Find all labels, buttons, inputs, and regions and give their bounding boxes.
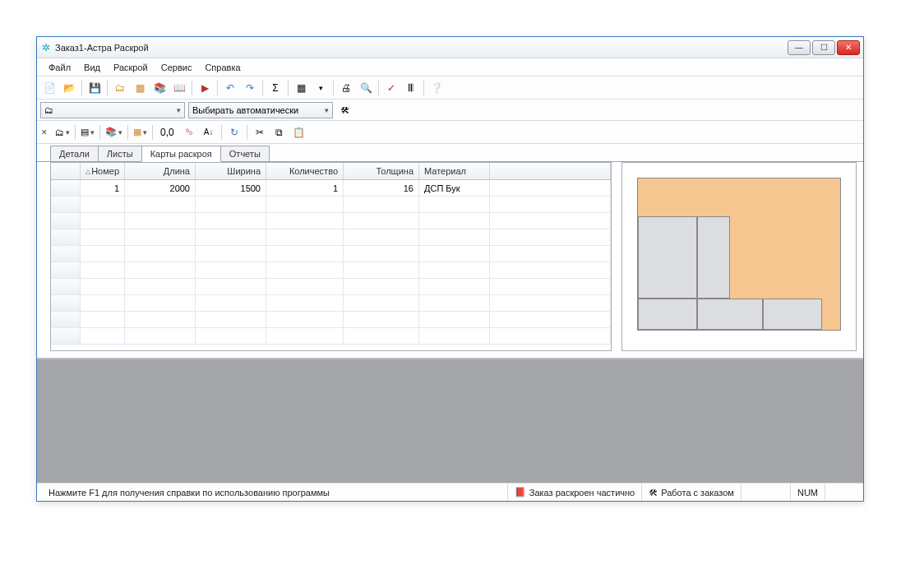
redo-icon[interactable]: ↷ [241, 79, 259, 97]
status-help: Нажмите F1 для получения справки по испо… [42, 484, 508, 501]
menu-help[interactable]: Справка [198, 63, 247, 72]
copy-icon[interactable]: ⧉ [270, 123, 289, 141]
maximize-button[interactable]: ☐ [812, 40, 835, 55]
material-icon: 🗂 [44, 105, 53, 115]
table-row-empty [51, 312, 611, 328]
tab-details[interactable]: Детали [50, 146, 99, 162]
empty-area [37, 359, 863, 483]
menubar: Файл Вид Раскрой Сервис Справка [37, 58, 863, 76]
grid-icon[interactable]: ▦ [131, 79, 149, 97]
minimize-button[interactable]: — [788, 40, 811, 55]
col-mat[interactable]: Материал [419, 163, 490, 179]
mode-00-label[interactable]: 0,0 [156, 123, 178, 141]
row-header-corner [51, 163, 81, 179]
app-icon: ✲ [40, 42, 52, 53]
preview-icon[interactable]: 🔍 [357, 79, 375, 97]
panel-toolbar: ✕ 🗂▾ ▤▾ 📚▾ ▦▾ 0,0 ⁹₀ A↓ ↻ ✂ ⧉ 📋 [37, 121, 863, 144]
hammer-icon[interactable]: 🛠 [336, 102, 353, 118]
sort-az-icon[interactable]: A↓ [200, 123, 218, 141]
layout-icon[interactable]: ▦ [292, 79, 310, 97]
status-partial: 📕 Заказ раскроен частично [508, 484, 642, 501]
window-title: Заказ1-Астра Раскрой [55, 43, 788, 53]
cell-qty: 1 [266, 180, 344, 196]
chevron-down-icon: ▾ [321, 106, 329, 114]
table-row-empty [51, 295, 611, 312]
table-row-empty [51, 328, 611, 345]
table-row-empty [51, 262, 611, 279]
tab-maps[interactable]: Карты раскроя [141, 146, 221, 162]
grid-header: △Номер Длина Ширина Количество Толщина М… [51, 163, 611, 180]
piece [697, 216, 730, 299]
col-wid[interactable]: Ширина [196, 163, 266, 179]
tools-icon: 🛠 [649, 488, 658, 498]
check-icon[interactable]: ✓ [382, 79, 400, 97]
material-combo[interactable]: 🗂 ▾ [40, 102, 185, 118]
table-row-empty [51, 197, 611, 213]
play-icon[interactable]: ▶ [196, 79, 214, 97]
cell-num: 1 [81, 180, 125, 196]
tab-sheets[interactable]: Листы [98, 146, 142, 162]
col-thick[interactable]: Толщина [344, 163, 419, 179]
auto-select-label: Выбирать автоматически [192, 105, 298, 115]
col-num[interactable]: △Номер [81, 163, 125, 179]
col-len[interactable]: Длина [125, 163, 196, 179]
print-icon[interactable]: 🖨 [337, 79, 355, 97]
close-button[interactable]: ✕ [837, 40, 860, 55]
menu-service[interactable]: Сервис [155, 63, 199, 72]
auto-select-combo[interactable]: Выбирать автоматически ▾ [188, 102, 333, 118]
main-toolbar: 📄 📂 💾 🗂 ▦ 📚 📖 ▶ ↶ ↷ Σ ▦ ▾ 🖨 🔍 ✓ 𝄃𝄃 ❔ [37, 76, 863, 100]
select-toolbar: 🗂 ▾ Выбирать автоматически ▾ 🛠 [37, 100, 863, 121]
layers-icon[interactable]: 📚▾ [104, 123, 124, 141]
layout-arrow-icon[interactable]: ▾ [312, 79, 330, 97]
row-header [51, 180, 81, 196]
decimal-icon[interactable]: ⁹₀ [180, 123, 198, 141]
save-icon[interactable]: 💾 [85, 79, 104, 97]
piece [763, 299, 822, 330]
book-icon: 📕 [515, 487, 526, 498]
books-icon[interactable]: 📚 [150, 79, 169, 97]
open-icon[interactable]: 📂 [60, 79, 78, 97]
stock-icon[interactable]: 🗂▾ [53, 123, 72, 141]
panel-close-icon[interactable]: ✕ [40, 128, 49, 137]
book-icon[interactable]: 📖 [170, 79, 188, 97]
table-row-empty [51, 246, 611, 262]
sheet [637, 178, 841, 331]
content-area: Детали Листы Карты раскроя Отчеты △Номер… [37, 144, 863, 359]
help-icon[interactable]: ❔ [427, 79, 446, 97]
align-icon[interactable]: ▤▾ [79, 123, 96, 141]
refresh-icon[interactable]: ↻ [225, 123, 243, 141]
tabs: Детали Листы Карты раскроя Отчеты [37, 144, 863, 162]
col-qty[interactable]: Количество [266, 163, 344, 179]
app-window: ✲ Заказ1-Астра Раскрой — ☐ ✕ Файл Вид Ра… [36, 36, 864, 502]
cell-len: 2000 [125, 180, 196, 196]
grid-rows: 1 2000 1500 1 16 ДСП Бук [51, 180, 611, 345]
menu-file[interactable]: Файл [42, 63, 77, 72]
piece [638, 299, 697, 330]
table-row-empty [51, 213, 611, 229]
cell-mat: ДСП Бук [419, 180, 490, 196]
table-row-empty [51, 279, 611, 295]
box-icon[interactable]: 🗂 [111, 79, 129, 97]
paste-icon[interactable]: 📋 [290, 123, 308, 141]
status-work: 🛠 Работа с заказом [642, 484, 742, 501]
piece [638, 216, 697, 299]
table-area: △Номер Длина Ширина Количество Толщина М… [37, 161, 863, 358]
cell-thick: 16 [344, 180, 419, 196]
table-icon[interactable]: ▦▾ [132, 123, 149, 141]
sigma-icon[interactable]: Σ [266, 79, 284, 97]
new-icon[interactable]: 📄 [40, 79, 58, 97]
sort-asc-icon: △ [85, 168, 90, 175]
menu-raskroy[interactable]: Раскрой [107, 63, 155, 72]
titlebar: ✲ Заказ1-Астра Раскрой — ☐ ✕ [37, 37, 863, 58]
undo-icon[interactable]: ↶ [221, 79, 239, 97]
cell-wid: 1500 [196, 180, 266, 196]
status-num: NUM [791, 484, 825, 501]
bars-icon[interactable]: 𝄃𝄃 [402, 79, 420, 97]
cut-icon[interactable]: ✂ [251, 123, 269, 141]
tab-reports[interactable]: Отчеты [220, 146, 270, 162]
piece [697, 299, 763, 330]
menu-view[interactable]: Вид [77, 63, 107, 72]
table-row[interactable]: 1 2000 1500 1 16 ДСП Бук [51, 180, 611, 197]
chevron-down-icon: ▾ [173, 106, 181, 114]
col-rest [490, 163, 611, 179]
